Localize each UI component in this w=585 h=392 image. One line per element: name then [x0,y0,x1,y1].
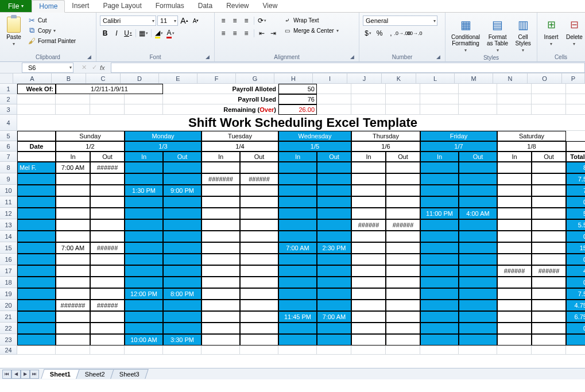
cell[interactable] [532,277,566,288]
fx-icon[interactable]: fx [100,64,105,71]
paste-button[interactable]: Paste▾ [3,15,24,48]
cell[interactable] [351,94,386,104]
shift-cell[interactable]: 4.75 [566,300,585,311]
cell[interactable] [163,346,202,355]
cell[interactable] [420,288,459,300]
cell[interactable] [351,173,386,185]
cell[interactable] [17,196,56,208]
col-header-G[interactable]: G [236,73,274,84]
in-label-thursday[interactable]: In [351,152,386,162]
cell[interactable] [459,104,497,115]
cell[interactable] [163,219,202,231]
col-header-H[interactable]: H [274,73,313,84]
cell[interactable] [497,104,532,115]
decrease-indent-button[interactable]: ⇤ [257,28,267,38]
cell[interactable] [351,311,386,323]
cell[interactable] [17,242,56,254]
sheet-nav-last[interactable]: ⏭ [30,370,39,379]
cell[interactable] [386,254,420,265]
cell[interactable] [317,208,351,219]
shift-cell[interactable] [566,334,585,346]
align-center-button[interactable]: ≡ [230,28,240,38]
cell[interactable] [240,300,278,311]
file-tab[interactable]: File▾ [0,0,32,12]
cell[interactable] [497,300,532,311]
cell[interactable] [497,346,532,355]
name-box[interactable]: S6 [22,63,73,73]
cell[interactable] [317,346,351,355]
cell[interactable] [240,242,278,254]
employee-name[interactable]: Mel F. [17,162,56,173]
cell[interactable] [278,346,317,355]
select-all-corner[interactable] [0,73,13,84]
cell[interactable] [532,334,566,346]
cell[interactable] [386,173,420,185]
col-header-E[interactable]: E [159,73,197,84]
cell[interactable] [317,162,351,173]
out-label-thursday[interactable]: Out [386,152,420,162]
cell[interactable] [420,185,459,196]
cell[interactable] [125,104,163,115]
underline-button[interactable]: U [123,28,133,38]
cell[interactable] [420,104,459,115]
cell[interactable] [125,162,163,173]
cell[interactable] [386,162,420,173]
cell[interactable] [459,173,497,185]
row-header-22[interactable]: 22 [0,323,17,334]
formula-input[interactable] [111,63,585,73]
cell[interactable] [163,242,202,254]
wrap-text-button[interactable]: ⤶Wrap Text [282,15,340,25]
row-header-23[interactable]: 23 [0,334,17,346]
cell[interactable] [17,265,56,277]
row-header-24[interactable]: 24 [0,346,17,355]
cell[interactable] [420,334,459,346]
cell[interactable] [202,185,240,196]
cell[interactable] [202,277,240,288]
col-header-F[interactable]: F [197,73,236,84]
cell[interactable] [56,104,90,115]
cell[interactable] [351,208,386,219]
cell[interactable] [17,300,56,311]
shrink-font-button[interactable]: A▾ [191,15,201,26]
cell[interactable] [532,254,566,265]
sheet-nav-next[interactable]: ▶ [21,370,30,379]
cell[interactable] [386,231,420,242]
col-header-B[interactable]: B [52,73,86,84]
decrease-decimal-button[interactable]: .00→.0 [409,28,419,38]
date-tue[interactable]: 1/4 [202,141,278,152]
shift-cell[interactable]: 7.5 [566,288,585,300]
cell[interactable] [202,300,240,311]
cell[interactable] [202,242,240,254]
cell[interactable] [317,300,351,311]
date-sat[interactable]: 1/8 [497,141,566,152]
cell[interactable] [420,277,459,288]
dialog-launcher-icon[interactable]: ◢ [350,54,354,60]
cell[interactable] [90,231,125,242]
cell[interactable] [459,277,497,288]
cell[interactable] [497,94,532,104]
cell[interactable] [317,265,351,277]
col-header-D[interactable]: D [121,73,159,84]
tab-formulas[interactable]: Formulas [149,0,191,12]
row-header-4[interactable]: 4 [0,115,17,131]
cell[interactable] [17,254,56,265]
cell[interactable] [420,94,459,104]
cell[interactable] [202,265,240,277]
payroll-allotted-value[interactable]: 50 [278,84,317,94]
cell[interactable] [459,311,497,323]
cell[interactable] [351,346,386,355]
cell[interactable] [163,277,202,288]
font-size-combo[interactable]: 11 [157,15,178,26]
cell[interactable] [90,219,125,231]
cell[interactable] [317,288,351,300]
cell[interactable] [532,162,566,173]
row-header-13[interactable]: 13 [0,219,17,231]
cell[interactable] [351,104,386,115]
cell[interactable] [532,104,566,115]
cell[interactable] [17,277,56,288]
shift-cell[interactable]: 0 [566,323,585,334]
cell[interactable] [351,334,386,346]
cell[interactable] [566,94,585,104]
shift-cell[interactable]: 12:00 PM [125,288,163,300]
cell[interactable] [420,346,459,355]
